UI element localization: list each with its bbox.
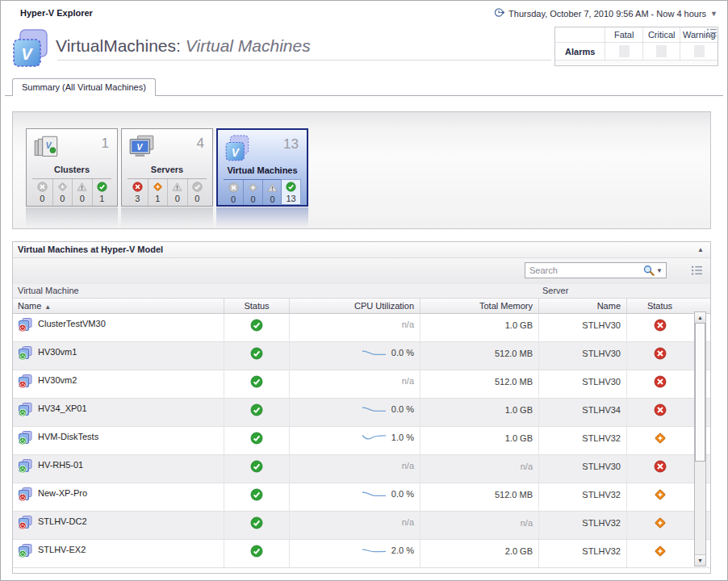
tile-clusters[interactable]: V 1 Clusters 0 0 0 1 xyxy=(26,128,118,207)
cpu-value: 1.0 % xyxy=(391,433,414,442)
vm-table-row[interactable]: New-XP-Pro 0.0 % 512.0 MB STLHV32 xyxy=(13,483,710,512)
column-header-row: Name▲ Status CPU Utilization Total Memor… xyxy=(13,299,710,314)
vm-table-row[interactable]: HV-RH5-01 n/a n/a STLHV30 xyxy=(13,455,710,483)
vm-status-icon xyxy=(250,319,263,332)
tile-object-count: 13 xyxy=(283,136,299,153)
cpu-value: 2.0 % xyxy=(391,545,414,555)
vm-table-row[interactable]: HV30vm2 n/a 512.0 MB STLHV30 xyxy=(13,370,710,399)
vm-status-icon xyxy=(250,545,263,558)
status-count: 1 xyxy=(155,194,160,203)
alarms-row-label: Alarms xyxy=(555,42,605,60)
tile-status-normal[interactable]: 0 xyxy=(187,179,207,206)
col-header-server-name[interactable]: Name xyxy=(539,299,627,313)
vm-table-row[interactable]: STLHV-DC2 n/a n/a STLHV32 xyxy=(13,512,710,540)
vm-table-row[interactable]: HVM-DiskTests 1.0 % 1.0 GB STLHV32 xyxy=(13,427,710,455)
search-icon[interactable] xyxy=(642,265,655,276)
server-name: STLHV32 xyxy=(539,512,627,539)
tile-virtual-machines[interactable]: V 13 Virtual Machines 0 0 0 13 xyxy=(216,128,308,207)
scrollbar-thumb[interactable] xyxy=(695,323,705,462)
tile-object-count: 1 xyxy=(102,136,109,152)
tile-reflection xyxy=(216,207,308,228)
status-count: 0 xyxy=(60,194,65,203)
tile-reflection xyxy=(121,207,213,228)
alarm-count-critical[interactable] xyxy=(656,45,667,57)
tile-status-row: 0 0 0 1 xyxy=(32,178,111,206)
tile-status-fatal[interactable]: 0 xyxy=(32,179,52,206)
tile-status-warning[interactable]: 0 xyxy=(262,180,282,205)
alarms-footer xyxy=(555,60,718,65)
svg-text:V: V xyxy=(21,45,33,63)
col-header-total-memory[interactable]: Total Memory xyxy=(420,299,539,313)
tile-label: Servers xyxy=(122,165,212,178)
vm-table-panel: Virtual Machines at Hyper-V Model ▲ ▼ Vi… xyxy=(12,241,711,574)
memory-value: 1.0 GB xyxy=(420,427,539,454)
tile-status-normal[interactable]: 13 xyxy=(281,179,301,205)
search-box[interactable]: ▼ xyxy=(525,262,667,278)
col-header-status[interactable]: Status xyxy=(224,299,290,313)
table-customizer-icon[interactable] xyxy=(707,28,717,37)
vm-table-row[interactable]: STLHV-EX2 2.0 % 2.0 GB STLHV32 xyxy=(13,540,710,568)
server-status-cell xyxy=(627,314,692,341)
vm-table-row[interactable]: HV30vm1 0.0 % 512.0 MB STLHV30 xyxy=(13,342,710,370)
tile-status-fatal[interactable]: 0 xyxy=(224,180,243,205)
tile-status-warning[interactable]: 0 xyxy=(72,179,92,206)
vm-status-icon xyxy=(250,375,263,388)
tile-status-fatal[interactable]: 3 xyxy=(128,179,148,206)
tile-status-warning[interactable]: 0 xyxy=(167,179,187,206)
col-header-server-status[interactable]: Status xyxy=(627,299,692,313)
cpu-cell: 0.0 % xyxy=(290,399,420,426)
memory-value: 1.0 GB xyxy=(420,314,539,341)
cpu-cell: 2.0 % xyxy=(290,540,420,567)
vm-status-cell xyxy=(224,314,290,341)
scroll-down-arrow-icon[interactable]: ▼ xyxy=(695,554,705,566)
search-options-caret[interactable]: ▼ xyxy=(655,267,666,274)
vm-icon xyxy=(18,403,33,417)
cpu-value: n/a xyxy=(402,376,414,386)
col-header-name[interactable]: Name▲ xyxy=(13,299,224,313)
tile-label: Virtual Machines xyxy=(218,165,307,179)
page-subtitle: Virtual Machines xyxy=(186,36,311,55)
vertical-scrollbar[interactable]: ▲ ▼ xyxy=(694,311,706,566)
tile-status-critical[interactable]: 0 xyxy=(52,179,73,206)
topology-tiles-panel: V 1 Clusters 0 0 0 1 V 4 Servers 3 1 xyxy=(12,111,711,229)
status-icon xyxy=(132,182,143,192)
cpu-sparkline xyxy=(361,433,387,442)
server-name: STLHV34 xyxy=(539,399,627,426)
vm-status-icon xyxy=(250,403,263,416)
alarm-count-warning[interactable] xyxy=(694,45,705,57)
tile-icon: V xyxy=(224,134,253,163)
vm-table-row[interactable]: HV34_XP01 0.0 % 1.0 GB STLHV34 xyxy=(13,399,710,427)
table-customizer-icon[interactable] xyxy=(692,265,702,275)
cpu-sparkline xyxy=(361,545,387,555)
status-icon xyxy=(172,182,182,192)
tile-status-row: 3 1 0 0 xyxy=(128,178,207,206)
vm-status-cell xyxy=(224,540,290,567)
vm-icon xyxy=(18,516,33,530)
vm-icon xyxy=(18,459,33,474)
vm-status-icon xyxy=(250,347,263,360)
vm-status-cell xyxy=(224,342,290,370)
tab-summary-all-virtual-machines[interactable]: Summary (All Virtual Machines) xyxy=(12,78,156,96)
time-range-selector[interactable]: Thursday, October 7, 2010 9:56 AM - Now … xyxy=(494,7,718,19)
cpu-value: n/a xyxy=(402,320,414,329)
tile-status-normal[interactable]: 1 xyxy=(92,179,112,206)
status-count: 0 xyxy=(231,194,236,204)
vm-status-cell xyxy=(224,370,290,398)
collapse-panel-icon[interactable]: ▲ xyxy=(697,242,704,257)
server-name: STLHV32 xyxy=(539,540,627,567)
alarm-count-fatal[interactable] xyxy=(619,45,630,57)
vm-name: HV30vm2 xyxy=(38,375,77,385)
vm-status-cell xyxy=(224,483,290,511)
vm-name: ClusterTestVM30 xyxy=(38,319,106,328)
app-title: Hyper-V Explorer xyxy=(20,8,93,18)
vm-table-row[interactable]: ClusterTestVM30 n/a 1.0 GB STLHV30 xyxy=(13,314,710,342)
tile-status-critical[interactable]: 1 xyxy=(148,179,168,206)
col-header-cpu-utilization[interactable]: CPU Utilization xyxy=(290,299,420,313)
scroll-up-arrow-icon[interactable]: ▲ xyxy=(695,312,705,324)
server-name: STLHV32 xyxy=(539,483,627,511)
search-input[interactable] xyxy=(525,265,642,275)
vm-name: New-XP-Pro xyxy=(38,488,87,498)
cpu-value: 0.0 % xyxy=(391,348,414,357)
tile-servers[interactable]: V 4 Servers 3 1 0 0 xyxy=(121,128,213,207)
tile-status-critical[interactable]: 0 xyxy=(243,180,262,205)
